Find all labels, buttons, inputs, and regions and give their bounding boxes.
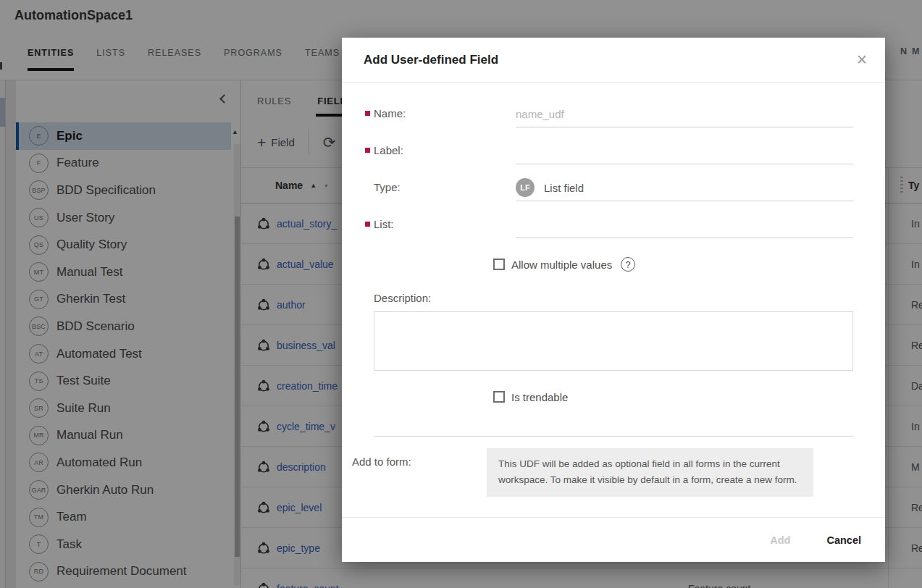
help-icon[interactable]: ?	[621, 257, 635, 272]
required-marker	[365, 222, 370, 227]
name-input[interactable]	[516, 108, 853, 120]
add-to-form-section: Add to form: This UDF will be added as o…	[342, 448, 885, 497]
label-input-wrap	[516, 138, 853, 164]
allow-multiple-checkbox[interactable]	[493, 259, 505, 270]
is-trendable-row: Is trendable	[493, 384, 885, 410]
type-selected-value: List field	[544, 182, 584, 194]
add-to-form-label: Add to form:	[342, 448, 487, 497]
label-field-label: Label:	[342, 144, 516, 156]
description-textarea-wrap	[374, 311, 853, 371]
list-input-wrap	[516, 211, 853, 238]
label-input[interactable]	[516, 145, 853, 157]
dialog-footer: Add Cancel	[342, 517, 885, 562]
cancel-button[interactable]: Cancel	[826, 534, 861, 546]
name-input-wrap	[516, 101, 853, 127]
list-field-label: List:	[342, 218, 516, 230]
is-trendable-label: Is trendable	[511, 391, 568, 403]
dialog-divider	[374, 436, 853, 437]
dialog-body: Name: Label: Type: LF List field	[342, 83, 885, 497]
type-field-label: Type:	[342, 181, 516, 193]
is-trendable-checkbox[interactable]	[493, 391, 505, 403]
name-label-text: Name:	[374, 107, 406, 119]
label-field-row: Label:	[342, 132, 885, 169]
allow-multiple-label: Allow multiple values	[511, 259, 612, 271]
list-input[interactable]	[516, 219, 853, 231]
type-select[interactable]: LF List field	[516, 175, 853, 201]
allow-multiple-row: Allow multiple values ?	[493, 251, 885, 277]
add-to-form-info: This UDF will be added as optional field…	[487, 448, 813, 497]
label-label-text: Label:	[374, 144, 403, 156]
add-udf-dialog: Add User-defined Field ✕ Name: Label: T	[342, 38, 885, 562]
list-field-row: List:	[342, 206, 885, 243]
name-field-row: Name:	[342, 95, 885, 132]
type-label-text: Type:	[374, 181, 401, 193]
list-field-badge: LF	[516, 178, 535, 197]
name-field-label: Name:	[342, 107, 516, 119]
dialog-title: Add User-defined Field	[364, 53, 498, 67]
description-label: Description:	[374, 292, 885, 304]
list-label-text: List:	[374, 218, 394, 230]
description-textarea[interactable]	[374, 312, 852, 370]
required-marker	[365, 148, 370, 153]
required-marker	[365, 111, 370, 116]
type-field-row: Type: LF List field	[342, 169, 885, 206]
dialog-header: Add User-defined Field ✕	[342, 38, 885, 83]
close-icon[interactable]: ✕	[856, 53, 868, 67]
add-button[interactable]: Add	[770, 534, 790, 546]
